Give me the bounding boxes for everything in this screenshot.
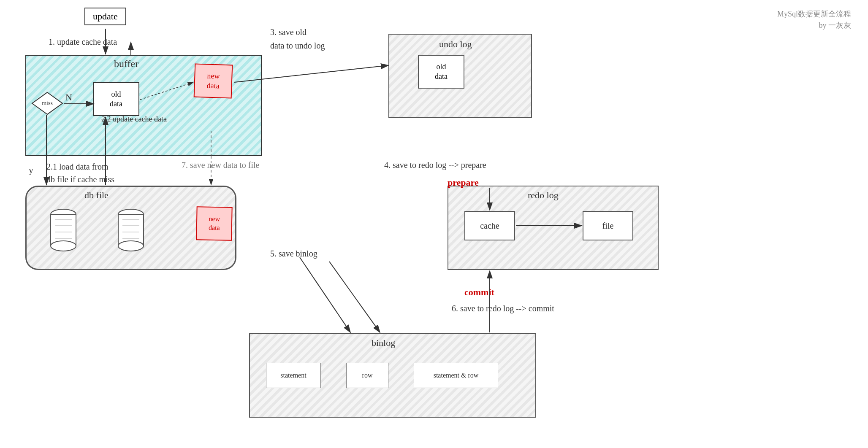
canvas: MySql数据更新全流程 by 一灰灰 update buffer miss o… (0, 0, 868, 448)
cache-box: cache (464, 211, 515, 240)
cylinder-1 (46, 207, 80, 255)
step2-2-label: 2.2 update cache data (101, 115, 167, 124)
update-box: update (84, 8, 126, 25)
file-box: file (583, 211, 633, 240)
svg-point-13 (118, 241, 144, 251)
miss-diamond: miss (30, 91, 64, 116)
redo-log-label: redo log (528, 190, 559, 201)
step5-label: 5. save binlog (270, 249, 317, 259)
new-data-db-text: newdata (209, 215, 220, 232)
y-label: y (29, 165, 33, 175)
new-data-db: newdata (196, 206, 232, 240)
step1-label: 1. update cache data (49, 37, 117, 47)
old-data-buffer-text: olddata (110, 89, 122, 109)
binlog-row: row (346, 363, 388, 388)
new-data-buffer-text: newdata (206, 71, 220, 91)
watermark-line2: by 一灰灰 (777, 20, 851, 31)
cylinder-2 (114, 207, 148, 255)
watermark-line1: MySql数据更新全流程 (777, 8, 851, 20)
step7-label: 7. save new data to file (182, 160, 259, 170)
step4-label: 4. save to redo log --> prepare (384, 160, 486, 170)
old-data-undo-text: olddata (435, 62, 448, 82)
binlog-label: binlog (372, 337, 395, 348)
step6-label: 6. save to redo log --> commit (452, 304, 554, 313)
svg-text:miss: miss (42, 100, 53, 106)
binlog-statement: statement (266, 363, 321, 388)
binlog-statement-row: statement & row (414, 363, 498, 388)
watermark: MySql数据更新全流程 by 一灰灰 (777, 8, 851, 31)
svg-line-33 (329, 262, 380, 332)
undo-log-label: undo log (439, 39, 472, 50)
svg-point-4 (51, 241, 76, 251)
old-data-buffer: olddata (93, 82, 139, 116)
db-file-label: db file (84, 190, 108, 201)
buffer-label: buffer (114, 58, 138, 70)
svg-line-35 (300, 257, 350, 332)
step2-1-label: 2.1 load data fromdb file if cache miss (46, 160, 114, 186)
step3-label: 3. save olddata to undo log (270, 25, 325, 52)
old-data-undo: olddata (418, 55, 464, 89)
commit-label: commit (464, 287, 494, 298)
new-data-buffer: newdata (194, 63, 233, 98)
prepare-label: prepare (448, 177, 479, 188)
n-label: N (65, 92, 72, 103)
